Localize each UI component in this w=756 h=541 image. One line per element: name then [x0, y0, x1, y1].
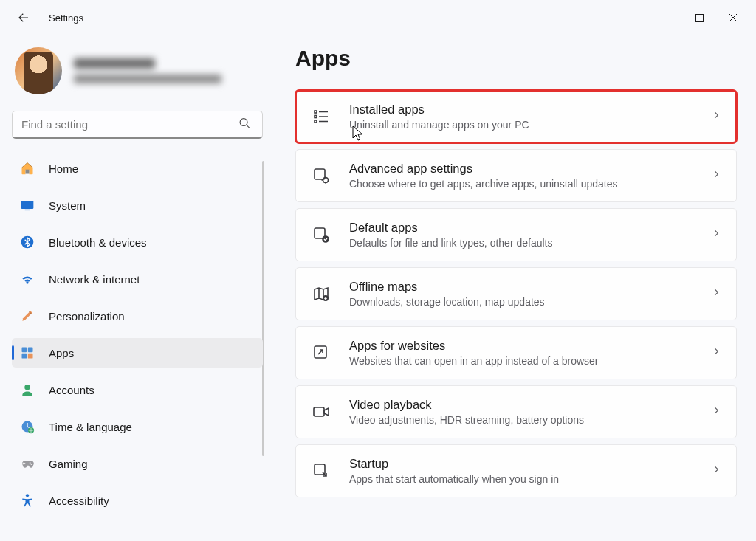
card-subtitle: Apps that start automatically when you s… [349, 472, 711, 486]
search-input[interactable] [12, 111, 263, 139]
svg-rect-6 [22, 348, 27, 353]
chevron-right-icon [711, 169, 721, 182]
card-apps-for-websites[interactable]: Apps for websites Websites that can open… [295, 326, 737, 379]
wifi-icon [19, 271, 35, 287]
card-video-playback[interactable]: Video playback Video adjustments, HDR st… [295, 385, 737, 438]
sidebar-item-label: System [49, 199, 86, 212]
clock-globe-icon [19, 418, 35, 435]
card-default-apps[interactable]: Default apps Defaults for file and link … [295, 208, 737, 261]
sidebar-item-label: Network & internet [49, 273, 140, 286]
chevron-right-icon [711, 287, 721, 300]
sidebar-item-system[interactable]: System [12, 190, 263, 220]
card-offline-maps[interactable]: Offline maps Downloads, storage location… [295, 267, 737, 320]
map-download-icon [311, 283, 331, 304]
sidebar-item-home[interactable]: Home [12, 154, 263, 183]
svg-rect-16 [315, 111, 317, 113]
sidebar-item-apps[interactable]: Apps [12, 338, 263, 368]
page-title: Apps [295, 46, 737, 71]
paintbrush-icon [19, 308, 35, 324]
startup-icon [311, 461, 331, 481]
maximize-button[interactable] [682, 3, 716, 32]
svg-point-10 [24, 385, 30, 390]
chevron-right-icon [711, 464, 721, 478]
svg-point-15 [26, 494, 29, 497]
svg-point-13 [30, 462, 31, 464]
card-subtitle: Choose where to get apps, archive apps, … [349, 177, 711, 190]
nav: Home System Bluetooth & devices Network … [12, 154, 267, 515]
sidebar: Home System Bluetooth & devices Network … [0, 35, 273, 541]
svg-rect-19 [315, 169, 325, 179]
apps-icon [19, 345, 35, 361]
home-icon [19, 160, 35, 176]
card-subtitle: Video adjustments, HDR streaming, batter… [349, 413, 711, 427]
system-icon [19, 197, 35, 213]
card-subtitle: Defaults for file and link types, other … [349, 236, 711, 249]
list-icon [311, 106, 331, 127]
chevron-right-icon [711, 228, 721, 241]
svg-rect-8 [22, 354, 27, 359]
card-subtitle: Downloads, storage location, map updates [349, 295, 711, 309]
svg-rect-0 [695, 14, 703, 21]
svg-rect-4 [25, 210, 30, 210]
card-title: Offline maps [349, 279, 711, 294]
card-advanced-app-settings[interactable]: Advanced app settings Choose where to ge… [295, 149, 737, 202]
svg-point-22 [323, 236, 329, 242]
svg-rect-3 [21, 201, 34, 209]
chevron-right-icon [711, 405, 721, 418]
sidebar-item-time[interactable]: Time & language [12, 412, 263, 441]
search-icon [238, 117, 251, 133]
card-startup[interactable]: Startup Apps that start automatically wh… [295, 444, 737, 497]
card-title: Advanced app settings [349, 161, 711, 176]
svg-rect-7 [28, 348, 33, 353]
sidebar-item-network[interactable]: Network & internet [12, 264, 263, 294]
svg-point-1 [240, 119, 247, 126]
titlebar: Settings [0, 0, 756, 35]
gamepad-icon [19, 455, 35, 472]
accessibility-icon [19, 492, 35, 509]
chevron-right-icon [711, 110, 721, 123]
sidebar-item-bluetooth[interactable]: Bluetooth & devices [12, 227, 263, 257]
account-block[interactable] [12, 43, 267, 108]
app-link-icon [311, 342, 331, 363]
card-installed-apps[interactable]: Installed apps Uninstall and manage apps… [295, 90, 737, 143]
sidebar-item-label: Bluetooth & devices [49, 236, 147, 249]
card-subtitle: Websites that can open in an app instead… [349, 354, 711, 368]
sidebar-item-label: Accessibility [49, 495, 109, 507]
svg-rect-9 [28, 354, 33, 359]
main-panel: Apps Installed apps Uninstall and manage… [273, 35, 756, 541]
video-icon [311, 402, 331, 422]
close-button[interactable] [716, 3, 750, 32]
sidebar-item-label: Apps [49, 347, 74, 359]
bluetooth-icon [19, 234, 35, 250]
card-title: Apps for websites [349, 338, 711, 354]
sidebar-item-accounts[interactable]: Accounts [12, 375, 263, 404]
sidebar-item-label: Gaming [49, 458, 88, 470]
card-title: Installed apps [349, 102, 711, 117]
sidebar-item-label: Accounts [49, 384, 94, 396]
search-wrap [12, 111, 264, 139]
app-check-icon [311, 224, 331, 245]
window-title: Settings [49, 13, 83, 24]
svg-rect-17 [315, 116, 317, 118]
chevron-right-icon [711, 346, 721, 359]
svg-rect-18 [315, 120, 317, 123]
minimize-button[interactable] [648, 3, 682, 32]
sidebar-item-label: Time & language [49, 421, 132, 433]
svg-rect-25 [314, 407, 324, 416]
back-button[interactable] [15, 9, 32, 27]
sidebar-item-gaming[interactable]: Gaming [12, 449, 263, 478]
card-title: Startup [349, 456, 711, 472]
app-gear-icon [311, 165, 331, 186]
svg-point-14 [31, 464, 32, 465]
card-subtitle: Uninstall and manage apps on your PC [349, 118, 711, 131]
avatar [15, 47, 62, 94]
sidebar-item-accessibility[interactable]: Accessibility [12, 486, 263, 515]
sidebar-item-personalization[interactable]: Personalization [12, 301, 263, 331]
settings-cards: Installed apps Uninstall and manage apps… [295, 90, 737, 500]
card-title: Default apps [349, 220, 711, 235]
svg-rect-2 [26, 170, 30, 174]
sidebar-item-label: Personalization [49, 310, 125, 323]
person-icon [19, 382, 35, 398]
account-text [74, 58, 221, 83]
sidebar-item-label: Home [49, 162, 78, 175]
